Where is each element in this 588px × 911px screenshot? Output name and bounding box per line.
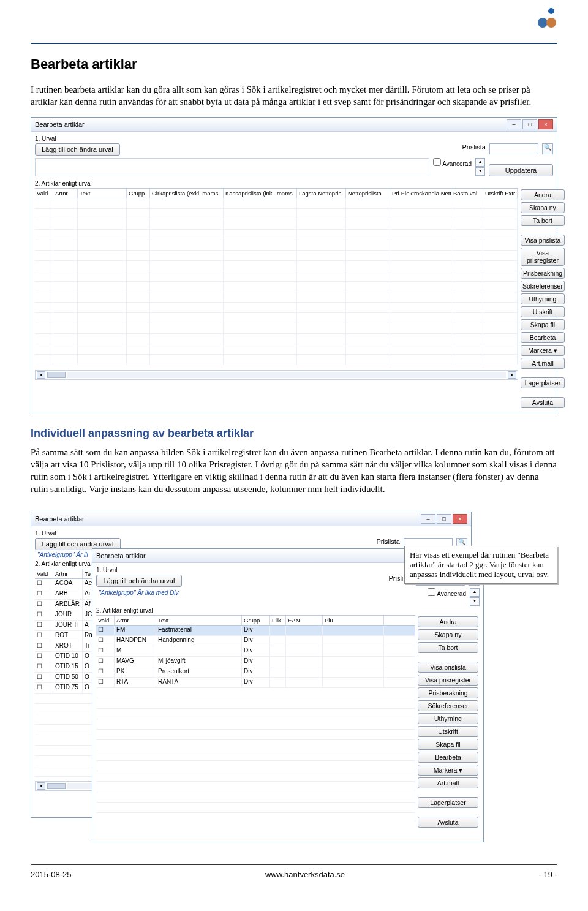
intro-para: I rutinen bearbeta artiklar kan du göra … — [31, 83, 557, 108]
visaprisregister-button[interactable]: Visa prisregister — [418, 675, 478, 686]
table-row[interactable] — [35, 209, 518, 219]
grid-body — [35, 198, 518, 370]
utskrift-button[interactable]: Utskrift — [521, 306, 565, 317]
urval-button[interactable]: Lägg till och ändra urval — [96, 575, 182, 587]
up-icon[interactable]: ▴ — [470, 588, 480, 597]
table-row[interactable] — [35, 198, 518, 209]
skapafil-button[interactable]: Skapa fil — [418, 739, 478, 750]
close-icon[interactable]: × — [538, 119, 553, 129]
minimize-icon[interactable]: – — [421, 514, 435, 524]
screenshot-2-front: Bearbeta artiklar – □ × 1. Urval Lägg ti… — [92, 548, 484, 842]
lagerplatser-button[interactable]: Lagerplatser — [521, 377, 565, 388]
header-rule — [31, 43, 557, 44]
table-row[interactable] — [35, 334, 518, 344]
table-row[interactable]: ☐MAVGMiljöavgiftDiv — [96, 657, 415, 667]
table-row[interactable] — [35, 271, 518, 282]
avancerad-checkbox[interactable]: Avancerad — [428, 588, 466, 597]
artmall-button[interactable]: Art.mall — [418, 777, 478, 788]
uthyrning-button[interactable]: Uthyrning — [418, 713, 478, 724]
logo — [533, 6, 557, 31]
down-icon[interactable]: ▾ — [470, 597, 480, 606]
visaprisregister-button[interactable]: Visa prisregister — [521, 248, 565, 266]
table-row[interactable] — [35, 240, 518, 251]
up-icon[interactable]: ▴ — [475, 158, 485, 167]
tabort-button[interactable]: Ta bort — [521, 215, 565, 226]
skapafil-button[interactable]: Skapa fil — [521, 319, 565, 330]
table-row[interactable] — [35, 261, 518, 271]
table-row[interactable] — [35, 355, 518, 365]
close-icon[interactable]: × — [453, 514, 467, 524]
minimize-icon[interactable]: – — [507, 119, 521, 129]
page-heading: Bearbeta artiklar — [31, 56, 557, 72]
svg-point-1 — [538, 18, 548, 28]
artmall-button[interactable]: Art.mall — [521, 358, 565, 369]
avancerad-checkbox[interactable]: Avancerad — [433, 158, 472, 167]
table-row[interactable] — [35, 230, 518, 240]
table-row[interactable] — [35, 219, 518, 230]
search-icon[interactable]: 🔍 — [542, 143, 553, 154]
andra-button[interactable]: Ändra — [521, 189, 565, 200]
urval-button[interactable]: Lägg till och ändra urval — [35, 143, 120, 156]
svg-point-0 — [548, 8, 554, 14]
callout-box: Här visas ett exempel där rutinen "Bearb… — [404, 546, 557, 584]
bearbeta-button[interactable]: Bearbeta — [521, 332, 565, 343]
table-row[interactable]: ☐PKPresentkortDiv — [96, 667, 415, 678]
skapany-button[interactable]: Skapa ny — [521, 202, 565, 213]
titlebar: Bearbeta artiklar – □ × — [31, 118, 557, 132]
footer-url: www.hantverksdata.se — [265, 870, 345, 879]
screenshot-1: Bearbeta artiklar – □ × 1. Urval Lägg ti… — [31, 117, 557, 412]
filter-text: "Artikelgrupp" Är lika med Div — [96, 588, 424, 597]
footer-date: 2015-08-25 — [31, 870, 72, 879]
footer-page: - 19 - — [539, 870, 557, 879]
prisberakning-button[interactable]: Prisberäkning — [521, 268, 565, 279]
uppdatera-button[interactable]: Uppdatera — [489, 164, 553, 176]
prisberakning-button[interactable]: Prisberäkning — [418, 687, 478, 698]
uthyrning-button[interactable]: Uthyrning — [521, 293, 565, 304]
visaprislista-button[interactable]: Visa prislista — [418, 662, 478, 673]
down-icon[interactable]: ▾ — [475, 167, 485, 176]
lagerplatser-button[interactable]: Lagerplatser — [418, 797, 478, 808]
prislista-label: Prislista — [462, 143, 486, 151]
window-title: Bearbeta artiklar — [35, 121, 85, 128]
markera-button[interactable]: Markera ▾ — [418, 765, 478, 776]
table-row[interactable]: ☐HANDPENHandpenningDiv — [96, 636, 415, 646]
subheading: Individuell anpassning av bearbeta artik… — [31, 427, 557, 440]
table-row[interactable] — [35, 323, 518, 334]
page-footer: 2015-08-25 www.hantverksdata.se - 19 - — [31, 864, 557, 879]
h-scrollbar[interactable]: ◂▸ — [35, 370, 518, 380]
table-row[interactable]: ☐MDiv — [96, 646, 415, 657]
table-row[interactable] — [35, 282, 518, 292]
skapany-button[interactable]: Skapa ny — [418, 629, 478, 640]
avsluta-button[interactable]: Avsluta — [521, 397, 565, 408]
urval-area — [35, 158, 429, 176]
table-row[interactable] — [35, 344, 518, 355]
prislista-input[interactable] — [489, 143, 538, 154]
bearbeta-button[interactable]: Bearbeta — [418, 752, 478, 763]
avsluta-button[interactable]: Avsluta — [418, 817, 478, 828]
table-row[interactable]: ☐FMFästmaterialDiv — [96, 626, 415, 636]
svg-point-2 — [546, 18, 556, 28]
grid-header: Vald Artnr Text Grupp Cirkaprislista (ex… — [35, 188, 518, 198]
table-row[interactable] — [35, 292, 518, 303]
visaprislista-button[interactable]: Visa prislista — [521, 235, 565, 246]
tabort-button[interactable]: Ta bort — [418, 642, 478, 653]
sokreferenser-button[interactable]: Sökreferenser — [418, 700, 478, 711]
utskrift-button[interactable]: Utskrift — [418, 726, 478, 737]
table-row[interactable] — [35, 303, 518, 313]
table-row[interactable]: ☐RTARÄNTADiv — [96, 678, 415, 688]
sokreferenser-button[interactable]: Sökreferenser — [521, 281, 565, 292]
maximize-icon[interactable]: □ — [522, 119, 537, 129]
section1-label: 1. Urval — [35, 135, 553, 142]
table-row[interactable] — [35, 313, 518, 323]
markera-button[interactable]: Markera ▾ — [521, 345, 565, 356]
andra-button[interactable]: Ändra — [418, 616, 478, 627]
section2-label: 2. Artiklar enligt urval — [35, 180, 553, 187]
table-row[interactable] — [35, 251, 518, 261]
para2: På samma sätt som du kan anpassa bilden … — [31, 446, 557, 496]
maximize-icon[interactable]: □ — [437, 514, 451, 524]
